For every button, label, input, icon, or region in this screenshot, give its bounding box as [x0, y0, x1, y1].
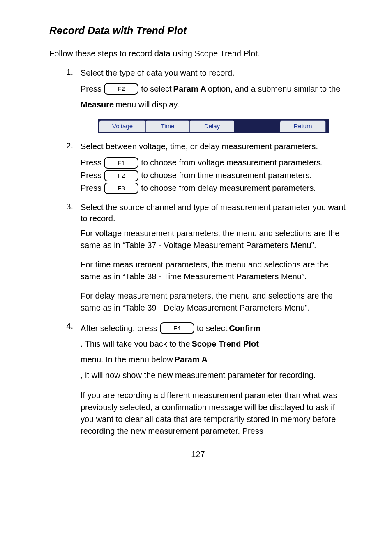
- step-2-text-3: to choose from delay measurement paramet…: [141, 182, 316, 195]
- step-4-mid-d: , it will now show the new measurement p…: [81, 368, 316, 382]
- f1-key-icon: F1: [104, 157, 138, 169]
- step-1-text-a: to select: [141, 82, 171, 96]
- step-1-press-label: Press: [81, 82, 101, 96]
- step-2-text-2: to choose from time measurement paramete…: [141, 169, 312, 182]
- step-3-p3: For delay measurement parameters, the me…: [81, 290, 347, 314]
- tab-return: Return: [280, 120, 326, 132]
- step-3-p2: For time measurement parameters, the men…: [81, 259, 347, 283]
- press-label: Press: [81, 156, 101, 169]
- confirm-label: Confirm: [229, 321, 261, 335]
- measure-label: Measure: [81, 97, 114, 111]
- f4-key-icon: F4: [160, 322, 194, 334]
- step-2-line-1: Press F1 to choose from voltage measurem…: [81, 156, 347, 169]
- f2-key-icon: F2: [104, 83, 138, 95]
- step-number-1: 1.: [49, 67, 81, 77]
- step-4-mid-a: to select: [197, 321, 227, 335]
- step-1-text-b: option, and a submenu similar to the: [208, 82, 340, 96]
- section-heading: Record Data with Trend Plot: [49, 25, 347, 37]
- step-1-text-c: menu will display.: [115, 97, 179, 111]
- tab-time: Time: [145, 120, 190, 132]
- press-label: Press: [81, 169, 101, 182]
- param-a-label: Param A: [173, 82, 206, 96]
- step-number-2: 2.: [49, 141, 81, 151]
- step-number-3: 3.: [49, 202, 81, 211]
- tab-delay: Delay: [189, 120, 235, 132]
- step-4-mid-b: . This will take you back to the: [81, 337, 190, 351]
- intro-paragraph: Follow these steps to record data using …: [49, 48, 347, 59]
- step-4-pre: After selecting, press: [81, 321, 157, 335]
- step-4-p2: If you are recording a different measure…: [81, 389, 347, 437]
- press-label: Press: [81, 182, 101, 195]
- step-1-title: Select the type of data you want to reco…: [81, 67, 347, 79]
- scope-trend-plot-label: Scope Trend Plot: [191, 337, 258, 351]
- param-a-label-2: Param A: [175, 352, 208, 366]
- step-1-detail: Press F2 to select Param A option, and a…: [81, 82, 347, 111]
- step-number-4: 4.: [49, 321, 81, 331]
- step-2-title: Select between voltage, time, or delay m…: [81, 141, 347, 152]
- step-2-text-1: to choose from voltage measurement param…: [141, 156, 323, 169]
- tab-spacer: [234, 120, 280, 132]
- measure-menu-screenshot: Voltage Time Delay Return: [98, 119, 329, 133]
- step-2-line-2: Press F2 to choose from time measurement…: [81, 169, 347, 182]
- step-4-mid-c: menu. In the menu below: [81, 352, 173, 366]
- f3-key-icon: F3: [104, 183, 138, 194]
- page-number: 127: [49, 450, 347, 459]
- tab-voltage: Voltage: [99, 120, 146, 132]
- step-3-title: Select the source channel and type of me…: [81, 202, 347, 224]
- f2-key-icon: F2: [104, 170, 138, 181]
- step-3-p1: For voltage measurement parameters, the …: [81, 227, 347, 251]
- step-2-line-3: Press F3 to choose from delay measuremen…: [81, 182, 347, 195]
- step-4-body: After selecting, press F4 to select Conf…: [81, 321, 347, 382]
